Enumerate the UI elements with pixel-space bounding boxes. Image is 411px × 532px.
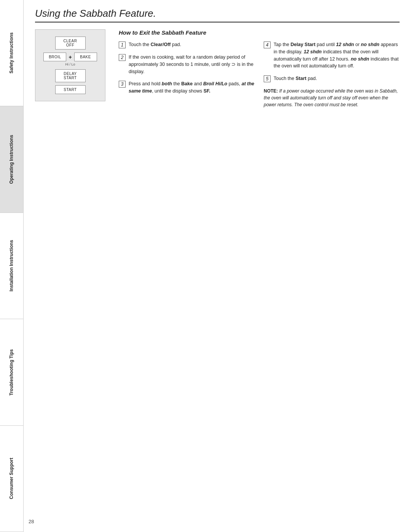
sidebar-tab-consumer[interactable]: Consumer Support xyxy=(0,426,23,532)
page-number: 28 xyxy=(29,519,34,524)
step-1: 1 Touch the Clear/Off pad. xyxy=(119,41,255,48)
sidebar-label-installation: Installation Instructions xyxy=(9,240,14,291)
page-wrapper: Safety Instructions Operating Instructio… xyxy=(0,0,411,532)
main-content: Using the Sabbath Feature. CLEAR OFF BRO… xyxy=(24,0,411,532)
steps-column-right: 4 Tap the Delay Start pad until 12 shdn … xyxy=(264,41,400,108)
sidebar-tab-operating[interactable]: Operating Instructions xyxy=(0,106,23,212)
keypad-button-bake: BAKE xyxy=(74,53,97,61)
step-text-1: Touch the Clear/Off pad. xyxy=(129,41,181,48)
sidebar-tab-safety[interactable]: Safety Instructions xyxy=(0,0,23,106)
step-number-4: 4 xyxy=(264,42,271,48)
steps-column-left: 1 Touch the Clear/Off pad. 2 If the oven… xyxy=(119,41,255,108)
sidebar: Safety Instructions Operating Instructio… xyxy=(0,0,24,532)
step-number-5: 5 xyxy=(264,75,271,82)
step-number-3: 3 xyxy=(119,81,126,88)
steps-container: 1 Touch the Clear/Off pad. 2 If the oven… xyxy=(119,41,400,108)
step-3: 3 Press and hold both the Bake and Broil… xyxy=(119,80,255,95)
sidebar-label-troubleshooting: Troubleshooting Tips xyxy=(9,349,14,396)
hi-lo-label: Hi / Lo xyxy=(65,62,75,66)
instructions-panel: How to Exit the Sabbath Feature 1 Touch … xyxy=(119,29,400,521)
sidebar-label-consumer: Consumer Support xyxy=(9,458,14,499)
keypad-panel: CLEAR OFF BROIL + BAKE Hi / Lo xyxy=(35,29,111,521)
keypad-button-broil: BROIL xyxy=(43,53,66,61)
sidebar-tab-installation[interactable]: Installation Instructions xyxy=(0,213,23,319)
step-2: 2 If the oven is cooking, wait for a ran… xyxy=(119,54,255,75)
keypad-button-start: START xyxy=(55,85,86,94)
sidebar-label-operating: Operating Instructions xyxy=(9,135,14,184)
keypad-button-clear-off: CLEAR OFF xyxy=(55,37,86,50)
step-text-3: Press and hold both the Bake and Broil H… xyxy=(129,80,255,95)
step-text-4: Tap the Delay Start pad until 12 shdn or… xyxy=(274,41,400,70)
keypad-diagram: CLEAR OFF BROIL + BAKE Hi / Lo xyxy=(35,29,105,101)
page-title: Using the Sabbath Feature. xyxy=(35,8,400,22)
step-text-5: Touch the Start pad. xyxy=(274,75,317,82)
step-number-1: 1 xyxy=(119,42,126,48)
keypad-row-broil-bake: BROIL + BAKE xyxy=(43,53,97,61)
keypad-button-delay-start: DELAY START xyxy=(55,69,86,82)
plus-icon: + xyxy=(68,54,72,60)
note-box: NOTE: If a power outage occurred while t… xyxy=(264,88,400,108)
step-4: 4 Tap the Delay Start pad until 12 shdn … xyxy=(264,41,400,70)
sidebar-label-safety: Safety Instructions xyxy=(9,32,14,73)
content-area: CLEAR OFF BROIL + BAKE Hi / Lo xyxy=(35,29,400,521)
section-heading: How to Exit the Sabbath Feature xyxy=(119,29,400,36)
sidebar-tab-troubleshooting[interactable]: Troubleshooting Tips xyxy=(0,319,23,425)
step-text-2: If the oven is cooking, wait for a rando… xyxy=(129,54,255,75)
step-number-2: 2 xyxy=(119,54,126,61)
step-5: 5 Touch the Start pad. xyxy=(264,75,400,82)
